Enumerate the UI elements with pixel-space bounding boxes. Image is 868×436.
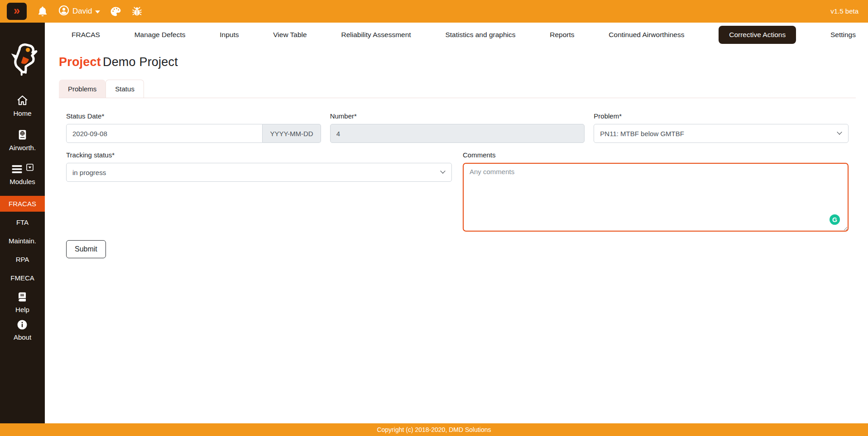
sidebar-item-label: Help — [15, 306, 29, 314]
sidebar-item-rpa[interactable]: RPA — [16, 250, 29, 269]
status-date-input-group: YYYY-MM-DD — [66, 124, 321, 143]
status-date-field-group: Status Date* YYYY-MM-DD — [66, 112, 321, 143]
dmd-robin-logo — [6, 42, 39, 78]
modules-icons — [11, 164, 34, 176]
sidebar-item-label: FTA — [16, 218, 29, 226]
sidebar-item-label: FRACAS — [9, 200, 36, 208]
nav-item-inputs[interactable]: Inputs — [220, 31, 239, 39]
number-label: Number* — [330, 112, 585, 120]
problem-select-wrap: PN11: MTBF below GMTBF — [594, 124, 849, 143]
problem-select[interactable]: PN11: MTBF below GMTBF — [594, 124, 849, 143]
nav-item-reliability-assessment[interactable]: Reliability Assessment — [341, 31, 411, 39]
sidebar-item-label: Modules — [10, 178, 35, 186]
nav-item-continued-airworthiness[interactable]: Continued Airworthiness — [609, 31, 684, 39]
double-chevron-right-icon: » — [14, 5, 20, 16]
sidebar-item-maintain[interactable]: Maintain. — [9, 232, 36, 250]
topbar: » David v1.5 beta — [0, 0, 868, 23]
tracking-status-select-wrap: in progress — [66, 163, 452, 182]
nav-item-fracas[interactable]: FRACAS — [72, 31, 100, 39]
passport-globe-icon — [17, 129, 28, 142]
tracking-status-select[interactable]: in progress — [66, 163, 452, 182]
sidebar-item-label: RPA — [16, 256, 29, 263]
form-row-2: Tracking status* in progress Comments — [66, 151, 849, 232]
theme-palette-icon[interactable] — [110, 6, 121, 17]
comments-label: Comments — [463, 151, 849, 159]
page-title: ProjectDemo Project — [59, 55, 856, 69]
nav-item-view-table[interactable]: View Table — [273, 31, 307, 39]
tracking-status-field-group: Tracking status* in progress — [66, 151, 452, 232]
page-title-prefix: Project — [59, 55, 101, 69]
user-name-label: David — [72, 7, 92, 16]
status-form: Status Date* YYYY-MM-DD Number* Problem* — [59, 98, 856, 258]
sidebar-item-label: Airworth. — [9, 144, 36, 152]
nav-item-corrective-actions[interactable]: Corrective Actions — [719, 26, 796, 44]
nav-item-reports[interactable]: Reports — [550, 31, 574, 39]
page-title-name: Demo Project — [103, 55, 178, 69]
sidebar: Home Airworth. Modules — [0, 23, 45, 423]
sidebar-expand-button[interactable]: » — [7, 3, 27, 20]
info-circle-icon — [17, 319, 28, 332]
home-icon — [16, 95, 29, 108]
tab-bar: Problems Status — [59, 80, 856, 98]
hamburger-menu-icon — [11, 164, 23, 176]
status-date-input[interactable] — [66, 124, 263, 143]
comments-textarea[interactable] — [463, 163, 849, 232]
sidebar-item-label: Maintain. — [9, 237, 36, 245]
sidebar-item-fta[interactable]: FTA — [16, 213, 29, 232]
footer: Copyright (c) 2018-2020, DMD Solutions — [0, 423, 868, 436]
sidebar-item-label: FMECA — [10, 274, 34, 282]
date-format-addon: YYYY-MM-DD — [263, 124, 321, 143]
sidebar-item-label: Home — [13, 110, 31, 118]
number-field-group: Number* — [330, 112, 585, 143]
content-area: FRACAS Manage Defects Inputs View Table … — [45, 23, 868, 423]
book-help-icon — [17, 291, 28, 304]
submit-button[interactable]: Submit — [66, 240, 106, 258]
topbar-left: » David — [7, 3, 143, 20]
sidebar-item-about[interactable]: About — [14, 319, 31, 341]
tab-status[interactable]: Status — [106, 80, 144, 98]
sidebar-item-fracas[interactable]: FRACAS — [0, 196, 45, 212]
nav-item-statistics-and-graphics[interactable]: Statistics and graphics — [445, 31, 515, 39]
dropdown-box-caret-icon — [26, 164, 34, 172]
sidebar-item-modules[interactable]: Modules — [10, 164, 35, 186]
sidebar-item-airworthiness[interactable]: Airworth. — [9, 129, 36, 152]
nav-item-manage-defects[interactable]: Manage Defects — [134, 31, 186, 39]
copyright-label: Copyright (c) 2018-2020, DMD Solutions — [377, 426, 491, 433]
number-input — [330, 124, 585, 143]
module-nav: FRACAS Manage Defects Inputs View Table … — [59, 23, 856, 47]
topbar-right: v1.5 beta — [830, 7, 858, 15]
notifications-bell-icon[interactable] — [37, 5, 48, 17]
chevron-down-icon — [95, 7, 100, 15]
nav-item-settings[interactable]: Settings — [830, 31, 856, 39]
tracking-status-label: Tracking status* — [66, 151, 452, 159]
sidebar-item-help[interactable]: Help — [15, 291, 29, 314]
version-label: v1.5 beta — [830, 7, 858, 15]
bug-report-icon[interactable] — [131, 6, 143, 17]
form-row-1: Status Date* YYYY-MM-DD Number* Problem* — [66, 112, 849, 143]
main-row: Home Airworth. Modules — [0, 23, 868, 423]
grammarly-icon[interactable]: G — [830, 214, 840, 225]
sidebar-item-home[interactable]: Home — [13, 95, 31, 118]
sidebar-item-label: About — [14, 334, 31, 341]
user-avatar-icon — [58, 5, 69, 18]
problem-label: Problem* — [594, 112, 849, 120]
comments-field-group: Comments G — [463, 151, 849, 232]
status-date-label: Status Date* — [66, 112, 321, 120]
sidebar-item-fmeca[interactable]: FMECA — [10, 269, 34, 287]
comments-textarea-wrap: G — [463, 163, 849, 232]
tab-problems[interactable]: Problems — [59, 80, 106, 98]
user-menu[interactable]: David — [58, 5, 100, 18]
problem-field-group: Problem* PN11: MTBF below GMTBF — [594, 112, 849, 143]
app-root: » David v1.5 beta — [0, 0, 868, 436]
